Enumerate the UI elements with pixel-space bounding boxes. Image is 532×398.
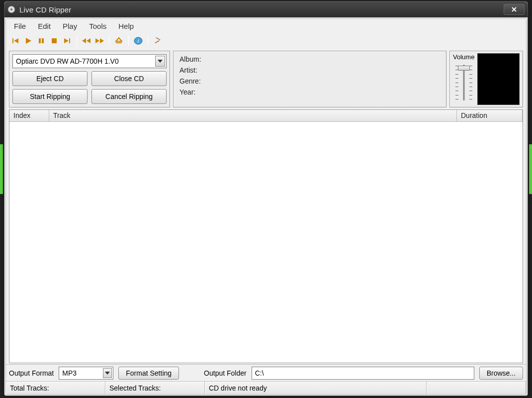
play-icon[interactable]: [23, 35, 34, 46]
output-folder-label: Output Folder: [204, 369, 247, 377]
titlebar[interactable]: Live CD Ripper: [4, 1, 528, 17]
column-duration[interactable]: Duration: [457, 110, 523, 121]
previous-track-icon[interactable]: [10, 35, 21, 46]
output-format-label: Output Format: [9, 369, 54, 377]
window-controls: [504, 4, 525, 15]
status-cd: CD drive not ready: [205, 382, 427, 394]
toolbar-separator: [128, 35, 129, 46]
cancel-ripping-button[interactable]: Cancel Ripping: [91, 89, 167, 104]
eject-cd-button[interactable]: Eject CD: [12, 71, 88, 86]
column-index[interactable]: Index: [9, 110, 49, 121]
volume-label: Volume: [453, 53, 474, 61]
album-label: Album:: [179, 55, 440, 63]
drive-select-value: Optiarc DVD RW AD-7700H 1.V0: [16, 57, 119, 65]
svg-rect-2: [12, 38, 13, 43]
pause-icon[interactable]: [36, 35, 47, 46]
svg-marker-8: [64, 38, 69, 43]
menubar: File Edit Play Tools Help: [6, 19, 526, 33]
svg-rect-15: [116, 42, 122, 43]
menu-play[interactable]: Play: [58, 20, 82, 32]
svg-marker-10: [82, 38, 86, 43]
status-selected-tracks: Selected Tracks:: [105, 382, 205, 394]
cd-info-panel: Album: Artist: Genre: Year:: [173, 51, 446, 107]
toolbar: i: [6, 33, 526, 49]
settings-icon[interactable]: [152, 35, 163, 46]
volume-thumb[interactable]: [458, 66, 470, 71]
rewind-icon[interactable]: [81, 35, 92, 46]
app-window: Live CD Ripper File Edit Play Tools Help: [4, 1, 528, 396]
mid-panels: Optiarc DVD RW AD-7700H 1.V0 Eject CD Cl…: [6, 49, 526, 108]
status-total-tracks: Total Tracks:: [6, 382, 105, 394]
info-icon[interactable]: i: [133, 35, 144, 46]
svg-rect-6: [42, 38, 44, 43]
genre-label: Genre:: [179, 77, 440, 85]
close-window-button[interactable]: [504, 4, 525, 15]
svg-rect-19: [156, 37, 161, 41]
output-format-select[interactable]: MP3: [59, 367, 113, 380]
window-title: Live CD Ripper: [19, 5, 72, 14]
level-meter: [477, 53, 520, 105]
artist-label: Artist:: [179, 66, 440, 74]
next-track-icon[interactable]: [62, 35, 73, 46]
svg-marker-20: [158, 60, 163, 63]
stop-icon[interactable]: [49, 35, 60, 46]
app-icon: [7, 5, 15, 13]
svg-marker-12: [95, 38, 99, 43]
svg-rect-5: [39, 38, 41, 43]
eject-icon[interactable]: [113, 35, 124, 46]
volume-slider[interactable]: [454, 63, 474, 102]
client-area: File Edit Play Tools Help: [5, 18, 527, 395]
toolbar-separator: [148, 35, 148, 46]
menu-help[interactable]: Help: [113, 20, 139, 32]
svg-marker-14: [116, 38, 122, 41]
year-label: Year:: [179, 88, 440, 96]
table-header: Index Track Duration: [9, 110, 523, 122]
status-empty: [427, 382, 526, 394]
output-folder-field[interactable]: C:\: [252, 367, 474, 380]
column-track[interactable]: Track: [49, 110, 457, 121]
fast-forward-icon[interactable]: [94, 35, 105, 46]
menu-edit[interactable]: Edit: [33, 20, 56, 32]
svg-marker-21: [105, 372, 110, 375]
svg-rect-18: [155, 40, 160, 44]
format-setting-button[interactable]: Format Setting: [118, 367, 179, 380]
svg-rect-7: [52, 38, 57, 43]
svg-marker-13: [100, 38, 104, 43]
dropdown-icon[interactable]: [155, 56, 165, 67]
track-table: Index Track Duration: [9, 109, 523, 363]
svg-point-1: [10, 8, 12, 10]
menu-tools[interactable]: Tools: [84, 20, 111, 32]
output-format-value: MP3: [62, 369, 77, 377]
dropdown-icon[interactable]: [103, 368, 112, 378]
statusbar: Total Tracks: Selected Tracks: CD drive …: [6, 381, 526, 394]
svg-marker-11: [87, 38, 90, 43]
browse-button[interactable]: Browse...: [479, 367, 523, 380]
svg-rect-9: [69, 38, 70, 43]
close-cd-button[interactable]: Close CD: [91, 71, 167, 86]
drive-panel: Optiarc DVD RW AD-7700H 1.V0 Eject CD Cl…: [9, 51, 170, 107]
svg-marker-3: [14, 38, 18, 43]
volume-panel: Volume: [449, 51, 523, 107]
start-ripping-button[interactable]: Start Ripping: [12, 89, 88, 104]
menu-file[interactable]: File: [9, 20, 31, 32]
svg-marker-4: [26, 38, 31, 44]
toolbar-separator: [77, 35, 77, 46]
drive-select[interactable]: Optiarc DVD RW AD-7700H 1.V0: [12, 54, 167, 68]
toolbar-separator: [109, 35, 109, 46]
table-body[interactable]: [9, 122, 523, 363]
output-bar: Output Format MP3 Format Setting Output …: [6, 364, 526, 381]
